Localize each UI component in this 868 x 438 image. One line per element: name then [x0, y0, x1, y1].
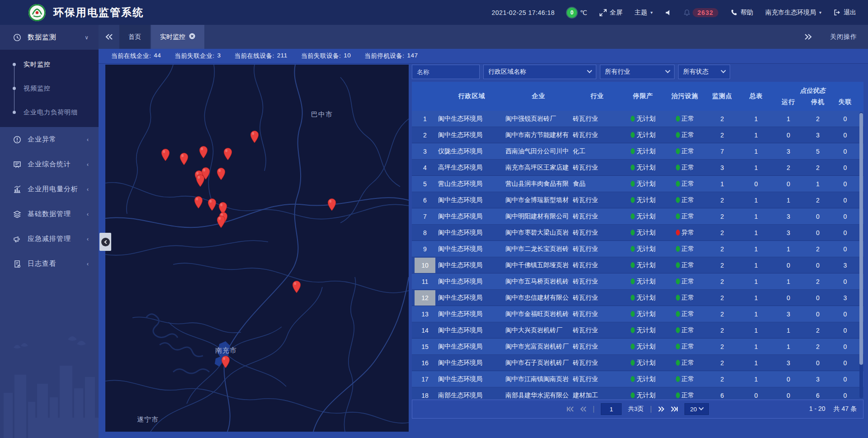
row-region: 阆中生态环境局 — [438, 375, 505, 383]
industry-filter-select[interactable]: 所有行业 — [600, 65, 675, 79]
table-row[interactable]: 2阆中生态环境局阆中市南方节能建材有砖瓦行业无计划正常21030 — [412, 127, 863, 143]
sidebar-item[interactable]: 基础数据管理‹ — [0, 202, 99, 226]
table-row[interactable]: 1阆中生态环境局阆中强锐页岩砖厂砖瓦行业无计划正常21120 — [412, 111, 863, 127]
map-pin-icon[interactable] — [161, 149, 170, 161]
status-dot-green — [676, 278, 680, 284]
logout-button[interactable]: 退出 — [834, 9, 856, 17]
row-meter-count: 1 — [739, 229, 773, 236]
table-row[interactable]: 4高坪生态环境局南充市高坪区王家店建砖瓦行业无计划正常31220 — [412, 160, 863, 176]
table-scrollbar[interactable] — [859, 112, 863, 398]
map-pin-icon[interactable] — [217, 215, 226, 228]
table-row[interactable]: 11阆中生态环境局阆中市五马桥页岩机砖砖瓦行业无计划正常21120 — [412, 273, 863, 290]
facility-status-label: 异常 — [682, 229, 694, 237]
map-pin-icon[interactable] — [223, 148, 232, 160]
sidebar-subitem[interactable]: 企业电力负荷明细 — [0, 100, 99, 124]
row-industry: 砖瓦行业 — [572, 310, 622, 318]
row-company: 阆中强锐页岩砖厂 — [505, 115, 572, 123]
row-meter-count: 1 — [739, 262, 773, 269]
map-pin-icon[interactable] — [250, 131, 259, 143]
next-page-button[interactable] — [658, 406, 665, 412]
fullscreen-button[interactable]: 全屏 — [599, 9, 623, 17]
stat-item: 当前停机设备:147 — [364, 52, 418, 60]
name-filter-input[interactable] — [417, 68, 475, 75]
tab-close-icon[interactable] — [189, 33, 195, 41]
row-monitor-count: 2 — [705, 115, 739, 122]
map-pin-icon[interactable] — [292, 281, 301, 293]
map-pin-icon[interactable] — [196, 174, 205, 187]
map-panel[interactable]: 巴中市南充市遂宁市 — [105, 65, 409, 432]
row-lost-count: 0 — [832, 392, 859, 399]
row-lost-count: 0 — [832, 197, 859, 204]
sidebar-item[interactable]: 应急减排管理‹ — [0, 226, 99, 251]
scrollbar-thumb[interactable] — [859, 113, 863, 365]
row-facility-status: 正常 — [665, 359, 705, 367]
table-row[interactable]: 6阆中生态环境局阆中市金博瑞新型墙材砖瓦行业无计划正常21120 — [412, 192, 863, 208]
table-row[interactable]: 12阆中生态环境局阆中市忠信建材有限公砖瓦行业无计划正常21003 — [412, 290, 863, 306]
tab-label: 首页 — [128, 33, 141, 41]
table-row[interactable]: 13阆中生态环境局阆中市金福旺页岩机砖砖瓦行业无计划正常21300 — [412, 306, 863, 322]
double-chevron-right-icon — [804, 34, 812, 40]
sidebar-menu: 数据监测∨实时监控视频监控企业电力负荷明细企业异常‹企业综合统计‹企业用电量分析… — [0, 25, 99, 276]
row-industry: 砖瓦行业 — [572, 278, 622, 286]
table-row[interactable]: 18南部生态环境局南部县建华水泥有限公建材加工无计划正常60060 — [412, 387, 863, 400]
facility-status-label: 正常 — [682, 375, 694, 383]
tabs-scroll-left-button[interactable] — [99, 25, 119, 49]
table-row[interactable]: 16阆中生态环境局阆中市石子页岩机砖厂砖瓦行业无计划正常21300 — [412, 355, 863, 371]
tabs-scroll-right-button[interactable] — [797, 34, 818, 40]
map-pin-icon[interactable] — [221, 356, 230, 368]
map-collapse-button[interactable] — [99, 233, 111, 251]
row-meter-count: 1 — [739, 278, 773, 285]
region-filter-select[interactable]: 行政区域名称 — [483, 65, 596, 79]
table-row[interactable]: 9阆中生态环境局阆中市二龙长宝页岩砖砖瓦行业无计划正常21120 — [412, 241, 863, 257]
organization-dropdown[interactable]: 南充市生态环境局 ▾ — [765, 9, 821, 17]
sidebar-item[interactable]: 企业异常‹ — [0, 127, 99, 152]
notification-area[interactable]: 2632 — [684, 8, 718, 17]
row-company: 阆中市光富页岩机砖厂 — [505, 343, 572, 351]
first-page-button[interactable] — [566, 406, 574, 412]
help-button[interactable]: 帮助 — [731, 9, 753, 17]
table-row[interactable]: 15阆中生态环境局阆中市光富页岩机砖厂砖瓦行业无计划正常21120 — [412, 339, 863, 355]
row-stop-status: 无计划 — [622, 391, 665, 400]
page-size-select[interactable]: 20 — [684, 403, 709, 415]
page-number-input[interactable] — [601, 403, 622, 415]
table-row[interactable]: 17阆中生态环境局阆中市江南镇阆南页岩砖瓦行业无计划正常21030 — [412, 371, 863, 387]
theme-dropdown[interactable]: 主题 ▾ — [635, 9, 653, 17]
map-base-layer — [105, 65, 409, 432]
name-filter[interactable] — [412, 65, 480, 79]
table-row[interactable]: 7阆中生态环境局阆中明阳建材有限公司砖瓦行业无计划正常21300 — [412, 208, 863, 225]
close-operations-button[interactable]: 关闭操作 — [830, 33, 857, 41]
tab-item[interactable]: 首页 — [119, 25, 150, 49]
sound-button[interactable] — [665, 9, 671, 16]
table-row[interactable]: 3仪陇生态环境局西南油气田分公司川中化工无计划正常71350 — [412, 143, 863, 160]
map-pin-icon[interactable] — [208, 198, 217, 211]
row-company: 阆中市江南镇阆南页岩 — [505, 375, 572, 383]
row-region: 阆中生态环境局 — [438, 359, 505, 367]
map-city-label: 南充市 — [215, 346, 237, 354]
phone-icon — [731, 9, 737, 16]
sidebar-subitem[interactable]: 实时监控 — [0, 52, 99, 76]
table-row[interactable]: 14阆中生态环境局阆中大兴页岩机砖厂砖瓦行业无计划正常21120 — [412, 322, 863, 339]
previous-page-button[interactable] — [580, 406, 586, 412]
status-dot-green — [676, 181, 680, 187]
map-pin-icon[interactable] — [327, 198, 336, 211]
map-pin-icon[interactable] — [194, 196, 203, 208]
map-pin-icon[interactable] — [179, 153, 189, 165]
status-dot-green — [676, 327, 680, 333]
tab-active[interactable]: 实时监控 — [151, 25, 204, 49]
sidebar-subitem[interactable]: 视频监控 — [0, 76, 99, 100]
row-number-cell: 16 — [412, 355, 438, 371]
sidebar-item[interactable]: 日志查看‹ — [0, 251, 99, 276]
table-row[interactable]: 8阆中生态环境局阆中市枣碧大梁山页岩砖瓦行业无计划异常21300 — [412, 225, 863, 241]
sidebar-item[interactable]: 企业用电量分析‹ — [0, 177, 99, 202]
row-facility-status: 正常 — [665, 196, 705, 204]
sidebar-item[interactable]: 企业综合统计‹ — [0, 152, 99, 177]
status-dot-green — [676, 148, 680, 154]
table-row[interactable]: 10阆中生态环境局阆中千佛镇五郎垭页岩砖瓦行业无计划正常21003 — [412, 257, 863, 273]
last-page-button[interactable] — [671, 406, 678, 412]
status-filter-select[interactable]: 所有状态 — [678, 65, 730, 79]
sidebar-item[interactable]: 数据监测∨ — [0, 25, 99, 50]
map-pin-icon[interactable] — [199, 146, 208, 159]
table-row[interactable]: 5营山生态环境局营山县润丰肉食品有限食品无计划正常10010 — [412, 176, 863, 192]
logout-icon — [834, 9, 840, 16]
map-pin-icon[interactable] — [217, 168, 226, 180]
